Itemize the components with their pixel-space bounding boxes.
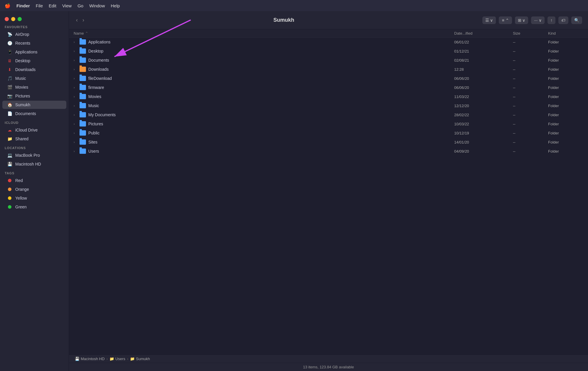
sidebar: Favourites 📡 AirDrop 🕐 Recents 📱 Applica…: [0, 11, 69, 371]
row-expand-chevron[interactable]: ›: [74, 68, 77, 71]
row-expand-chevron[interactable]: ›: [74, 95, 77, 98]
menu-help[interactable]: Help: [111, 3, 120, 8]
sidebar-item-tag-green[interactable]: Green: [2, 203, 66, 211]
table-row[interactable]: › firmware 06/06/20 -- Folder: [69, 83, 588, 92]
table-row[interactable]: › Desktop 01/12/21 -- Folder: [69, 47, 588, 56]
row-expand-chevron[interactable]: ›: [74, 140, 77, 144]
menu-edit[interactable]: Edit: [49, 3, 56, 8]
row-expand-chevron[interactable]: ›: [74, 49, 77, 53]
folder-icon: [80, 121, 86, 127]
folder-icon: [80, 85, 86, 90]
recents-icon: 🕐: [7, 41, 12, 46]
file-kind: Folder: [548, 85, 583, 90]
breadcrumb-sumukh[interactable]: 📁 Sumukh: [130, 357, 150, 361]
folder-icon: [80, 48, 86, 54]
sidebar-item-downloads[interactable]: ⬇ Downloads: [2, 65, 66, 74]
apple-menu-icon[interactable]: 🍎: [5, 3, 11, 9]
row-expand-chevron[interactable]: ›: [74, 113, 77, 117]
menu-view[interactable]: View: [62, 3, 72, 8]
table-row[interactable]: › Downloads 12:28 -- Folder: [69, 65, 588, 74]
fullscreen-button[interactable]: [18, 17, 22, 21]
sort-button[interactable]: ≡ ⌃: [499, 16, 512, 24]
desktop-icon: 🖥: [7, 58, 12, 63]
sidebar-item-airdrop[interactable]: 📡 AirDrop: [2, 30, 66, 38]
sidebar-item-applications[interactable]: 📱 Applications: [2, 48, 66, 56]
table-row[interactable]: › Users 04/09/20 -- Folder: [69, 147, 588, 156]
col-header-name[interactable]: Name ⌃: [74, 31, 454, 36]
file-date: 02/08/21: [454, 58, 513, 63]
row-expand-chevron[interactable]: ›: [74, 131, 77, 135]
menu-finder[interactable]: Finder: [16, 3, 30, 8]
sidebar-item-music[interactable]: 🎵 Music: [2, 74, 66, 82]
menu-window[interactable]: Window: [89, 3, 105, 8]
row-expand-chevron[interactable]: ›: [74, 122, 77, 126]
group-button[interactable]: ⊞ ∨: [515, 16, 528, 24]
breadcrumb-macintosh-hd[interactable]: 💾 Macintosh HD: [75, 357, 105, 361]
table-row[interactable]: › Public 10/12/19 -- Folder: [69, 129, 588, 138]
macbook-pro-icon: 💻: [7, 153, 12, 158]
sidebar-item-pictures[interactable]: 📷 Pictures: [2, 92, 66, 100]
menu-file[interactable]: File: [36, 3, 43, 8]
table-row[interactable]: › fileDownload 06/06/20 -- Folder: [69, 74, 588, 83]
table-row[interactable]: › Sites 14/01/20 -- Folder: [69, 138, 588, 147]
row-expand-chevron[interactable]: ›: [74, 86, 77, 89]
row-expand-chevron[interactable]: ›: [74, 149, 77, 153]
table-row[interactable]: › Music 12/12/20 -- Folder: [69, 101, 588, 110]
file-size: --: [513, 85, 548, 90]
folder-icon: [80, 39, 86, 45]
share-button[interactable]: ↑: [548, 16, 555, 24]
airdrop-icon: 📡: [7, 32, 12, 37]
sidebar-item-documents[interactable]: 📄 Documents: [2, 109, 66, 118]
more-button[interactable]: ··· ∨: [531, 16, 545, 24]
sidebar-item-shared[interactable]: 📁 Shared: [2, 135, 66, 143]
col-header-date[interactable]: Date...ified: [454, 31, 513, 36]
file-name: Users: [88, 149, 99, 154]
menu-go[interactable]: Go: [77, 3, 83, 8]
sidebar-item-tag-red[interactable]: Red: [2, 176, 66, 185]
folder-icon: [80, 94, 86, 99]
file-name: fileDownload: [88, 76, 112, 81]
sidebar-item-tag-orange[interactable]: Orange: [2, 185, 66, 193]
table-row[interactable]: › Applications 06/01/22 -- Folder: [69, 38, 588, 47]
icloud-drive-icon: ☁: [7, 127, 12, 133]
sidebar-item-macintosh-hd[interactable]: 💾 Macintosh HD: [2, 160, 66, 168]
sidebar-item-sumukh[interactable]: 🏠 Sumukh: [2, 101, 66, 109]
row-expand-chevron[interactable]: ›: [74, 40, 77, 44]
row-expand-chevron[interactable]: ›: [74, 77, 77, 80]
col-header-kind[interactable]: Kind: [548, 31, 583, 36]
file-list-header: Name ⌃ Date...ified Size Kind: [69, 29, 588, 38]
table-row[interactable]: › Pictures 10/03/22 -- Folder: [69, 119, 588, 129]
row-expand-chevron[interactable]: ›: [74, 104, 77, 107]
documents-icon: 📄: [7, 111, 12, 116]
sidebar-item-movies[interactable]: 🎬 Movies: [2, 83, 66, 91]
col-header-size[interactable]: Size: [513, 31, 548, 36]
back-button[interactable]: ‹: [75, 16, 79, 24]
table-row[interactable]: › Movies 11/03/22 -- Folder: [69, 92, 588, 101]
status-text: 13 items, 123.84 GB available: [69, 363, 588, 371]
file-date: 14/01/20: [454, 140, 513, 144]
sidebar-item-tag-yellow[interactable]: Yellow: [2, 194, 66, 202]
folder-icon: [80, 76, 86, 81]
main-content: ‹ › Sumukh ☰ ∨ ≡ ⌃ ⊞ ∨ ··· ∨ ↑ 🏷 🔍 Name …: [69, 11, 588, 371]
forward-button[interactable]: ›: [81, 16, 85, 24]
close-button[interactable]: [5, 17, 9, 21]
file-date: 06/01/22: [454, 40, 513, 44]
file-kind: Folder: [548, 49, 583, 53]
minimize-button[interactable]: [11, 17, 15, 21]
file-size: --: [513, 49, 548, 53]
file-date: 11/03/22: [454, 95, 513, 99]
file-name: Public: [88, 131, 99, 135]
sidebar-item-recents[interactable]: 🕐 Recents: [2, 39, 66, 47]
sidebar-item-icloud-drive[interactable]: ☁ iCloud Drive: [2, 126, 66, 134]
downloads-icon: ⬇: [7, 67, 12, 72]
search-button[interactable]: 🔍: [571, 16, 582, 24]
sidebar-item-desktop[interactable]: 🖥 Desktop: [2, 57, 66, 65]
tag-button[interactable]: 🏷: [558, 16, 568, 24]
sidebar-item-macbook-pro[interactable]: 💻 MacBook Pro: [2, 151, 66, 159]
breadcrumb-users[interactable]: 📁 Users: [109, 357, 125, 361]
table-row[interactable]: › My Documents 28/02/22 -- Folder: [69, 110, 588, 119]
table-row[interactable]: › Documents 02/08/21 -- Folder: [69, 56, 588, 65]
list-view-button[interactable]: ☰ ∨: [482, 16, 496, 24]
row-expand-chevron[interactable]: ›: [74, 58, 77, 62]
file-kind: Folder: [548, 149, 583, 154]
